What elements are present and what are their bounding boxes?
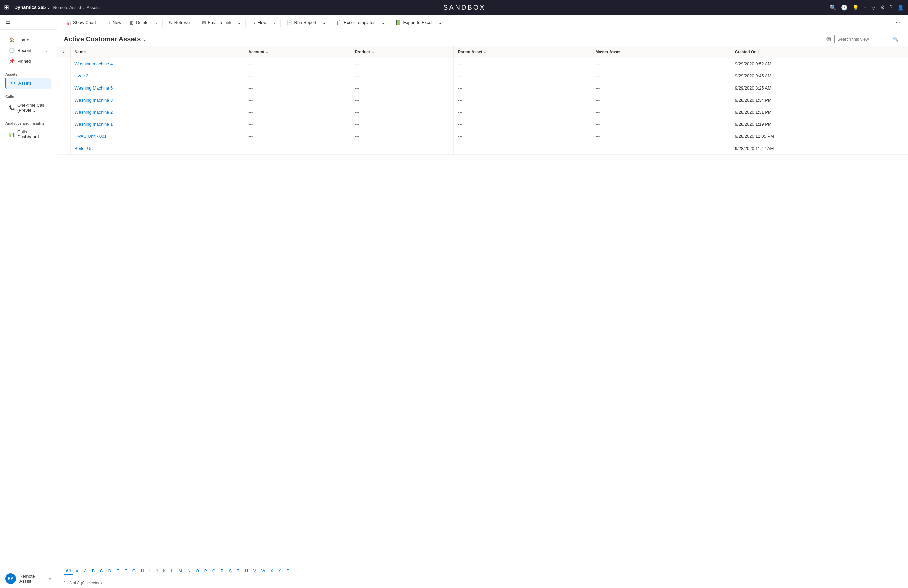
run-report-button[interactable]: 📄 Run Report [283,18,320,27]
run-report-dropdown-button[interactable]: ⌄ [321,18,327,27]
alpha-item-H[interactable]: H [139,567,146,575]
alpha-item-M[interactable]: M [177,567,184,575]
settings-nav-icon[interactable]: ⚙ [880,4,885,11]
search-box[interactable]: 🔍 [834,35,901,43]
sidebar-footer[interactable]: RA Remote Assist ◇ [0,569,57,588]
search-icon[interactable]: 🔍 [893,37,898,42]
waffle-icon[interactable]: ⊞ [4,4,9,11]
toolbar-overflow-button[interactable]: ⋯ [893,18,903,27]
delete-label: Delete [136,20,148,25]
toolbar-divider-4 [245,19,246,27]
table-row: Boiler Unit --- --- --- --- 9/28/2020 11… [57,143,908,154]
row-checkbox-4[interactable] [57,106,71,118]
export-excel-icon: 📗 [396,20,401,26]
search-input[interactable] [837,37,891,42]
recent-nav-icon[interactable]: 🕐 [841,4,848,11]
help-nav-icon[interactable]: ? [890,4,893,10]
flow-dropdown-button[interactable]: ⌄ [271,18,278,27]
sidebar-item-assets[interactable]: 🏷 Assets [5,78,52,88]
delete-button[interactable]: 🗑 Delete [126,18,152,27]
alpha-item-V[interactable]: V [251,567,258,575]
row-name-2[interactable]: Washing Machine 5 [71,82,244,94]
select-all-checkbox[interactable]: ✓ [57,46,71,58]
alpha-item-P[interactable]: P [202,567,209,575]
excel-templates-button[interactable]: 📋 Excel Templates [333,18,379,27]
row-name-0[interactable]: Washing machine 4 [71,58,244,70]
new-button[interactable]: + New [105,18,125,27]
filter-nav-icon[interactable]: ▽ [871,4,876,11]
col-parent-asset[interactable]: Parent Asset ⌄ [454,46,591,58]
alpha-item-W[interactable]: W [259,567,267,575]
alpha-item-Z[interactable]: Z [285,567,291,575]
row-checkbox-3[interactable] [57,94,71,106]
alpha-item-R[interactable]: R [219,567,226,575]
delete-dropdown-button[interactable]: ⌄ [153,18,160,27]
alpha-item-S[interactable]: S [227,567,234,575]
breadcrumb-app[interactable]: Remote Assist [53,5,81,10]
email-dropdown-button[interactable]: ⌄ [236,18,243,27]
alpha-item-G[interactable]: G [130,567,137,575]
alpha-item-T[interactable]: T [235,567,241,575]
table-row: HVAC Unit - 001 --- --- --- --- 9/28/202… [57,130,908,143]
filter-icon[interactable]: ⛃ [826,36,831,42]
alpha-item-Y[interactable]: Y [276,567,283,575]
search-nav-icon[interactable]: 🔍 [829,4,836,11]
row-parent-asset-5: --- [454,118,591,130]
row-name-6[interactable]: HVAC Unit - 001 [71,130,244,143]
sidebar-item-home[interactable]: 🏠 Home [5,34,52,45]
export-excel-button[interactable]: 📗 Export to Excel [392,18,435,27]
row-checkbox-0[interactable] [57,58,71,70]
alpha-item-D[interactable]: D [106,567,113,575]
alpha-item-X[interactable]: X [268,567,275,575]
alpha-item-K[interactable]: K [161,567,168,575]
flow-button[interactable]: ⇢ Flow [248,18,270,27]
alpha-item-E[interactable]: E [114,567,121,575]
col-created-on[interactable]: Created On ↓ ⌄ [731,46,908,58]
alpha-item-U[interactable]: U [243,567,250,575]
alpha-item-F[interactable]: F [122,567,129,575]
row-name-3[interactable]: Washing machine 3 [71,94,244,106]
lightbulb-icon[interactable]: 💡 [852,4,859,11]
row-checkbox-6[interactable] [57,130,71,143]
row-checkbox-2[interactable] [57,82,71,94]
col-product[interactable]: Product ⌄ [351,46,454,58]
recent-chevron-icon: ⌄ [45,48,48,52]
alpha-item-J[interactable]: J [154,567,160,575]
sidebar-item-pinned[interactable]: 📌 Pinned ⌄ [5,56,52,66]
sidebar-item-recent[interactable]: 🕐 Recent ⌄ [5,45,52,56]
row-checkbox-5[interactable] [57,118,71,130]
row-name-5[interactable]: Washing machine 1 [71,118,244,130]
alpha-item-Q[interactable]: Q [210,567,217,575]
alpha-item-L[interactable]: L [169,567,175,575]
alpha-item-N[interactable]: N [185,567,193,575]
row-name-4[interactable]: Washing machine 2 [71,106,244,118]
add-nav-icon[interactable]: + [864,4,867,10]
hamburger-button[interactable]: ☰ [0,15,57,29]
email-link-button[interactable]: ✉ Email a Link [198,18,235,27]
sidebar-item-calls-dashboard[interactable]: 📊 Calls Dashboard [5,127,52,142]
excel-templates-dropdown-button[interactable]: ⌄ [380,18,386,27]
row-name-7[interactable]: Boiler Unit [71,143,244,154]
row-checkbox-1[interactable] [57,70,71,82]
alpha-item-C[interactable]: C [98,567,105,575]
user-nav-icon[interactable]: 👤 [897,4,904,11]
alpha-item-All[interactable]: All [64,567,73,575]
alpha-item-#[interactable]: # [74,567,80,575]
brand-chevron-icon[interactable]: ⌄ [47,6,50,10]
row-checkbox-7[interactable] [57,143,71,154]
alpha-item-O[interactable]: O [194,567,201,575]
col-master-asset[interactable]: Master Asset ⌄ [591,46,731,58]
brand-label[interactable]: Dynamics 365 ⌄ [14,5,50,10]
refresh-button[interactable]: ↻ Refresh [165,18,193,27]
view-title-chevron-icon[interactable]: ⌄ [143,37,147,42]
col-name[interactable]: Name ⌄ [71,46,244,58]
alpha-item-B[interactable]: B [90,567,97,575]
export-excel-dropdown-button[interactable]: ⌄ [437,18,443,27]
alpha-item-A[interactable]: A [82,567,89,575]
alpha-item-I[interactable]: I [147,567,152,575]
master-asset-sort-icon: ⌄ [622,50,625,54]
col-account[interactable]: Account ⌄ [244,46,351,58]
show-chart-button[interactable]: 📊 Show Chart [63,18,99,27]
row-name-1[interactable]: Hvac 2 [71,70,244,82]
sidebar-item-one-time-call[interactable]: 📞 One-time Call (Previe... [5,100,52,115]
